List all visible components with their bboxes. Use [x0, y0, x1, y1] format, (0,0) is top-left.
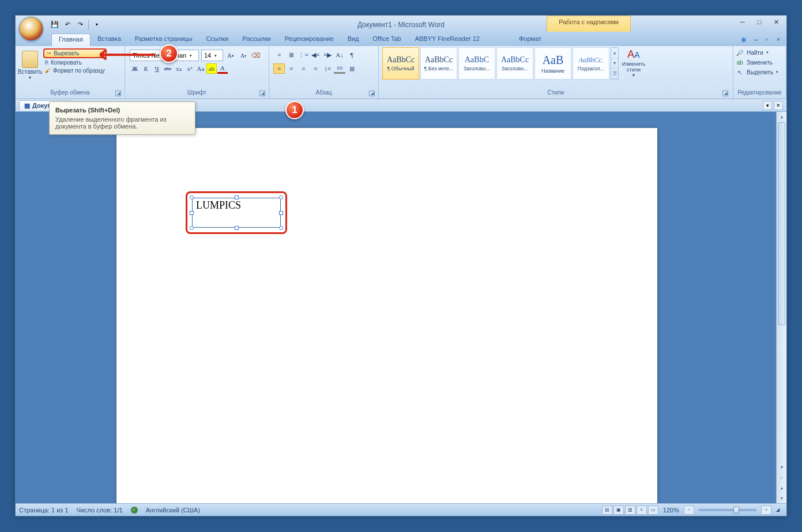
tab-dropdown-icon[interactable]: ▾: [763, 101, 772, 110]
qat-customize-icon[interactable]: ▼: [91, 19, 103, 31]
paragraph-dialog-launcher[interactable]: ◢: [369, 90, 375, 96]
inner-restore-icon[interactable]: ▫: [762, 35, 771, 44]
tab-references[interactable]: Ссылки: [199, 33, 236, 46]
resize-handle-nw[interactable]: [190, 195, 194, 199]
office-button[interactable]: [19, 17, 43, 41]
subscript-button[interactable]: x₂: [174, 63, 184, 74]
resize-handle-se[interactable]: [279, 226, 283, 230]
help-icon[interactable]: ◉: [739, 35, 748, 44]
tab-insert[interactable]: Вставка: [91, 33, 128, 46]
maximize-button[interactable]: □: [751, 17, 767, 27]
status-language[interactable]: Английский (США): [146, 507, 200, 514]
cut-button[interactable]: ✂ Вырезать: [43, 48, 107, 58]
styles-scroll[interactable]: ▴▾☰: [611, 47, 619, 80]
indent-icon[interactable]: ≡▶: [322, 50, 333, 60]
shrink-font-icon[interactable]: A▾: [238, 50, 248, 61]
change-styles-button[interactable]: AA Изменить стили ▼: [620, 47, 647, 83]
scroll-down-icon[interactable]: ▾: [777, 462, 786, 472]
italic-button[interactable]: К: [141, 63, 151, 74]
inner-close-icon[interactable]: ×: [774, 35, 783, 44]
tab-abbyy[interactable]: ABBYY FineReader 12: [408, 33, 487, 46]
borders-icon[interactable]: ⊞: [346, 63, 357, 74]
browse-object-icon[interactable]: ○: [777, 473, 786, 482]
highlight-button[interactable]: ab: [206, 63, 217, 74]
resize-handle-sw[interactable]: [190, 226, 194, 230]
proofing-icon[interactable]: ✓: [131, 507, 138, 514]
scroll-up-icon[interactable]: ▴: [777, 112, 786, 122]
outdent-icon[interactable]: ◀≡: [310, 50, 321, 60]
undo-icon[interactable]: ↶: [62, 19, 73, 31]
style-subtitle[interactable]: AaBbCc.Подзагол...: [573, 47, 609, 80]
bold-button[interactable]: Ж: [130, 63, 140, 74]
sort-icon[interactable]: A↓: [334, 50, 345, 60]
style-heading1[interactable]: AaBbCЗаголово...: [458, 47, 495, 80]
status-page[interactable]: Страница: 1 из 1: [19, 507, 69, 514]
tab-format[interactable]: Формат: [512, 33, 548, 46]
zoom-slider[interactable]: [699, 509, 756, 511]
view-full-screen-icon[interactable]: ▣: [613, 505, 624, 515]
bullets-icon[interactable]: ≡: [273, 50, 285, 60]
align-center-icon[interactable]: ≡: [285, 63, 297, 74]
zoom-out-icon[interactable]: −: [684, 505, 694, 515]
grow-font-icon[interactable]: A▴: [225, 50, 236, 61]
selected-text-box[interactable]: LUMPICS: [186, 191, 287, 234]
next-page-icon[interactable]: ▾: [777, 493, 786, 503]
zoom-value[interactable]: 120%: [663, 507, 679, 514]
find-button[interactable]: 🔎Найти ▾: [736, 48, 778, 56]
inner-minimize-icon[interactable]: ‒: [751, 35, 760, 44]
view-web-icon[interactable]: ▥: [625, 505, 635, 515]
superscript-button[interactable]: x²: [185, 63, 195, 74]
resize-handle-w[interactable]: [190, 211, 194, 215]
vertical-scrollbar[interactable]: ▴ ▾ ○ ▴ ▾: [776, 112, 786, 503]
resize-handle-e[interactable]: [279, 211, 283, 215]
align-right-icon[interactable]: ≡: [298, 63, 309, 74]
underline-button[interactable]: Ч: [152, 63, 162, 74]
show-marks-icon[interactable]: ¶: [346, 50, 357, 60]
font-size-combo[interactable]: 14▼: [201, 50, 223, 61]
tab-view[interactable]: Вид: [341, 33, 366, 46]
align-left-icon[interactable]: ≡: [273, 63, 285, 74]
copy-button[interactable]: ⎘ Копировать: [43, 59, 107, 66]
clear-format-icon[interactable]: ⌫: [251, 50, 261, 61]
resize-handle-n[interactable]: [235, 195, 239, 199]
minimize-button[interactable]: ─: [735, 17, 751, 27]
tab-page-layout[interactable]: Разметка страницы: [128, 33, 199, 46]
style-no-spacing[interactable]: AaBbCc¶ Без инте...: [420, 47, 457, 80]
tab-mailings[interactable]: Рассылки: [235, 33, 277, 46]
clipboard-dialog-launcher[interactable]: ◢: [115, 90, 121, 96]
prev-page-icon[interactable]: ▴: [777, 483, 786, 493]
justify-icon[interactable]: ≡: [310, 63, 321, 74]
multilevel-icon[interactable]: ⋮≡: [298, 50, 309, 60]
font-color-button[interactable]: A: [217, 63, 228, 74]
status-word-count[interactable]: Число слов: 1/1: [77, 507, 123, 514]
scroll-thumb[interactable]: [778, 122, 785, 325]
style-heading2[interactable]: AaBbCcЗаголово...: [496, 47, 533, 80]
select-button[interactable]: ↖Выделить ▾: [736, 68, 778, 76]
replace-button[interactable]: abЗаменить: [736, 58, 778, 66]
numbering-icon[interactable]: ≣: [285, 50, 297, 60]
view-draft-icon[interactable]: ▭: [648, 505, 658, 515]
format-painter-button[interactable]: 🖌 Формат по образцу: [43, 67, 107, 74]
style-normal[interactable]: AaBbCc¶ Обычный: [382, 47, 419, 80]
zoom-slider-thumb[interactable]: [733, 507, 739, 514]
tab-office-tab[interactable]: Office Tab: [366, 33, 408, 46]
save-icon[interactable]: 💾: [49, 19, 61, 31]
resize-handle-s[interactable]: [235, 226, 239, 230]
tab-close-icon[interactable]: ✕: [774, 101, 783, 110]
document-page[interactable]: [116, 128, 657, 503]
view-print-layout-icon[interactable]: ▤: [602, 505, 612, 515]
font-dialog-launcher[interactable]: ◢: [259, 90, 265, 96]
change-case-button[interactable]: Aa: [195, 63, 206, 74]
strike-button[interactable]: abc: [163, 63, 173, 74]
resize-handle-ne[interactable]: [279, 195, 283, 199]
style-title[interactable]: AaBНазвание: [534, 47, 571, 80]
close-button[interactable]: ✕: [768, 17, 784, 27]
zoom-in-icon[interactable]: +: [761, 505, 771, 515]
line-spacing-icon[interactable]: ↕≡: [322, 63, 333, 74]
paste-button[interactable]: Вставить ▼: [18, 47, 42, 83]
text-box-content[interactable]: LUMPICS: [196, 199, 241, 212]
shading-icon[interactable]: ▭: [334, 63, 345, 74]
styles-dialog-launcher[interactable]: ◢: [722, 90, 728, 96]
redo-icon[interactable]: ↷: [74, 19, 86, 31]
resize-grip-icon[interactable]: ◢: [773, 505, 783, 515]
